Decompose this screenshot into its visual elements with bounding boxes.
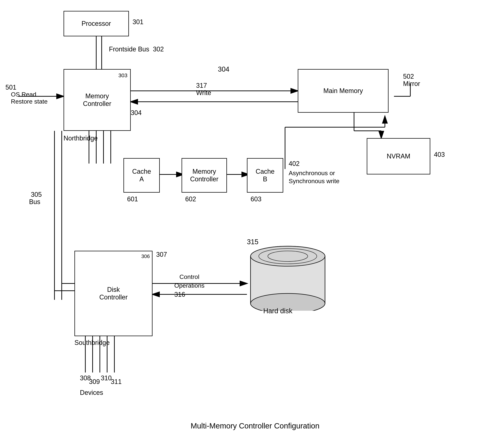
processor-label: Processor <box>82 20 111 27</box>
cache-b-label: CacheB <box>256 168 275 183</box>
cache-a-box: CacheA <box>123 158 160 193</box>
nvram-label: NVRAM <box>387 152 410 160</box>
hard-disk-cylinder <box>247 245 329 311</box>
devices-label: Devices <box>80 389 103 396</box>
frontside-bus-label: Frontside Bus 302 <box>109 46 164 53</box>
hard-disk-ref: 315 <box>247 238 258 246</box>
svg-point-37 <box>251 246 325 266</box>
cache-a-label: CacheA <box>132 168 151 183</box>
os-ref: 501 <box>5 84 16 91</box>
mirror-label: Mirror <box>403 80 420 88</box>
disk-controller-box: 306 DiskController <box>74 251 152 336</box>
mc-mid-ref: 602 <box>185 195 196 203</box>
control-ref: 316 <box>174 291 185 298</box>
hard-disk-label: Hard disk <box>263 307 293 315</box>
diagram: Processor 301 Frontside Bus 302 303 Memo… <box>0 0 504 441</box>
main-memory-box: Main Memory <box>298 69 388 113</box>
diagram-svg <box>0 0 504 441</box>
ref-311: 311 <box>111 378 122 386</box>
mc-north-ref: 303 <box>118 72 127 79</box>
bus-ref: 305 <box>31 191 42 198</box>
processor-ref: 301 <box>133 18 143 26</box>
control-ops-label: ControlOperations <box>174 273 205 290</box>
bus-label: Bus <box>29 198 40 206</box>
dc-label: DiskController <box>99 286 128 301</box>
main-memory-label: Main Memory <box>323 87 363 95</box>
nvram-box: NVRAM <box>367 138 430 174</box>
dc-ref: 306 <box>141 253 150 259</box>
southbridge-label: Southbridge <box>74 339 110 346</box>
memory-controller-mid-box: MemoryController <box>181 158 227 193</box>
ref-309: 309 <box>89 378 100 386</box>
write-label: Write <box>196 89 211 97</box>
mc-north-label: MemoryController <box>83 92 111 107</box>
cache-b-ref: 603 <box>251 195 261 203</box>
mirror-ref: 502 <box>403 73 414 80</box>
nvram-ref: 403 <box>434 151 445 158</box>
memory-controller-north-box: 303 MemoryController <box>63 69 131 131</box>
ref-310: 310 <box>101 374 112 382</box>
caption: Multi-Memory Controller Configuration <box>191 422 320 430</box>
async-label: Asynchronous orSynchronous write <box>289 169 340 185</box>
ref-307: 307 <box>156 251 167 258</box>
cache-a-ref: 601 <box>127 195 138 203</box>
ref-304: 304 <box>131 109 142 117</box>
async-ref: 402 <box>289 160 299 168</box>
processor-box: Processor <box>63 11 129 36</box>
write-ref: 317 <box>196 82 207 89</box>
mc-mid-label: MemoryController <box>190 168 218 183</box>
cache-b-box: CacheB <box>247 158 283 193</box>
main-memory-ref: 304 <box>218 65 229 73</box>
os-read-label: OS ReadRestore state <box>11 91 47 105</box>
northbridge-label: Northbridge <box>63 134 98 142</box>
